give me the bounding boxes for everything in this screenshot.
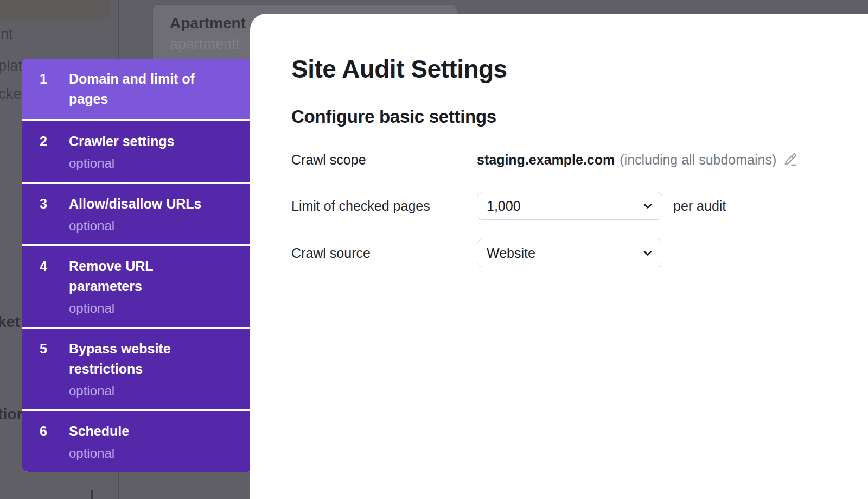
limit-of-pages-selected-value: 1,000 — [487, 198, 641, 214]
page-title: Site Audit Settings — [291, 56, 835, 82]
step-text: Bypass websiterestrictions optional — [69, 339, 171, 399]
stepper-step-2[interactable]: 2 Crawler settings optional — [22, 121, 250, 182]
step-text: Domain and limit ofpages — [69, 69, 195, 109]
background-card-subtitle: apartmentt — [170, 36, 240, 53]
stepper-step-1[interactable]: 1 Domain and limit ofpages — [22, 59, 250, 119]
stepper-step-4[interactable]: 4 Remove URLparameters optional — [22, 246, 250, 327]
step-title: Bypass websiterestrictions — [69, 339, 171, 379]
step-optional-label: optional — [69, 155, 175, 172]
step-optional-label: optional — [69, 445, 129, 462]
stepper-step-3[interactable]: 3 Allow/disallow URLs optional — [22, 184, 250, 244]
stepper-step-6[interactable]: 6 Schedule optional — [22, 411, 250, 472]
step-number: 2 — [40, 131, 51, 151]
step-title: Remove URLparameters — [69, 256, 154, 296]
background-text-fragment: cke — [0, 86, 22, 103]
crawl-source-row: Crawl source Website — [291, 239, 835, 267]
step-title: Crawler settings — [69, 131, 175, 151]
crawl-scope-row: Crawl scope staging.example.com (includi… — [291, 147, 835, 172]
step-title: Schedule — [69, 421, 129, 441]
stepper-step-5[interactable]: 5 Bypass websiterestrictions optional — [22, 329, 250, 409]
background-tick — [91, 490, 93, 499]
chevron-down-icon — [641, 199, 654, 212]
background-corner-box — [0, 0, 111, 19]
limit-of-pages-select[interactable]: 1,000 — [477, 192, 662, 220]
step-optional-label: optional — [69, 382, 171, 399]
step-optional-label: optional — [69, 217, 201, 234]
step-number: 3 — [40, 194, 51, 214]
limit-of-pages-row: Limit of checked pages 1,000 per audit — [291, 192, 835, 220]
per-audit-suffix: per audit — [673, 198, 726, 214]
section-title: Configure basic settings — [291, 106, 835, 128]
crawl-source-selected-value: Website — [487, 245, 641, 261]
step-optional-label: optional — [69, 300, 154, 317]
step-number: 5 — [40, 339, 51, 359]
chevron-down-icon — [641, 247, 654, 260]
crawl-scope-label: Crawl scope — [291, 152, 477, 168]
background-text-fragment: tior — [0, 406, 23, 423]
crawl-source-select[interactable]: Website — [477, 239, 662, 267]
site-audit-settings-modal: Site Audit Settings Configure basic sett… — [250, 14, 868, 499]
step-number: 4 — [40, 256, 51, 276]
limit-of-pages-label: Limit of checked pages — [291, 198, 477, 214]
crawl-scope-note: (including all subdomains) — [620, 152, 776, 168]
step-number: 6 — [40, 421, 51, 441]
step-text: Remove URLparameters optional — [69, 256, 154, 317]
step-title: Domain and limit ofpages — [69, 69, 195, 109]
settings-form: Crawl scope staging.example.com (includi… — [291, 147, 835, 267]
pencil-line-icon[interactable] — [783, 152, 798, 167]
step-text: Schedule optional — [69, 421, 129, 462]
crawl-scope-value: staging.example.com (including all subdo… — [477, 152, 798, 168]
step-title: Allow/disallow URLs — [69, 194, 201, 214]
background-card-title: Apartment — [170, 15, 246, 32]
step-text: Crawler settings optional — [69, 131, 175, 172]
background-text-fragment: ket — [0, 313, 20, 331]
step-text: Allow/disallow URLs optional — [69, 194, 201, 234]
step-number: 1 — [40, 69, 51, 89]
settings-stepper: 1 Domain and limit ofpages 2 Crawler set… — [22, 59, 250, 472]
background-text-fragment: plat — [0, 58, 22, 74]
crawl-scope-domain: staging.example.com — [477, 152, 615, 168]
background-text-fragment: nt — [1, 26, 13, 43]
crawl-source-label: Crawl source — [291, 245, 477, 261]
